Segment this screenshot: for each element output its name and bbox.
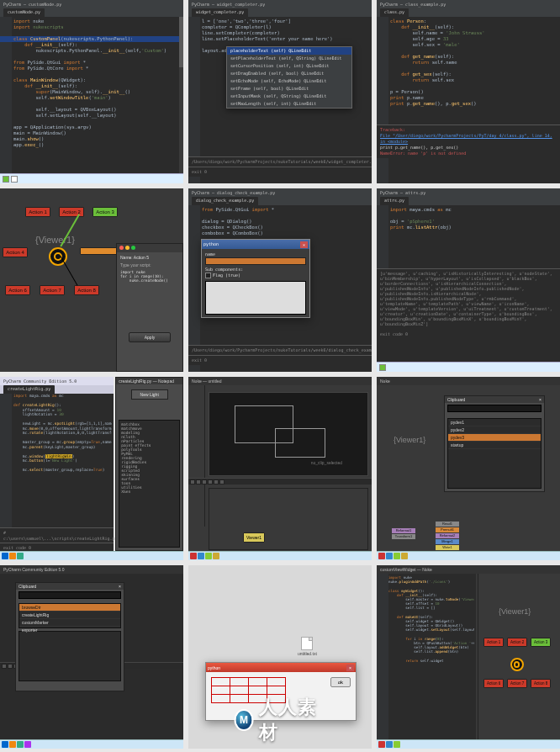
taskbar-icon[interactable] <box>198 553 204 559</box>
clipboard-panel[interactable]: Clipboard× pydev1 pydev2 pydev3 startup <box>444 395 545 492</box>
flag-row[interactable]: Flag (true) <box>205 273 306 278</box>
list-item[interactable]: pydev1 <box>448 419 541 426</box>
node[interactable]: Premult1 <box>436 527 459 532</box>
action-node[interactable]: Action 7 <box>507 679 527 688</box>
step-icon[interactable] <box>202 479 207 485</box>
taskbar-icon[interactable] <box>9 741 16 748</box>
action-node[interactable]: Action 1 <box>483 638 504 647</box>
new-light-button[interactable]: New Light <box>131 389 168 400</box>
close-icon[interactable]: × <box>119 584 121 589</box>
tab-file[interactable]: createLightRig.py <box>3 385 55 394</box>
taskbar-icon[interactable] <box>401 553 408 559</box>
thumb-6[interactable]: PyCharm — attrs.py attrs.py import maya.… <box>377 188 560 372</box>
popup-item[interactable]: setEchoMode (self, EchoMode) QLineEdit <box>227 77 351 85</box>
action-node-selected[interactable]: Action 3 <box>531 638 551 647</box>
scrollbar[interactable] <box>179 17 183 173</box>
popup-item[interactable]: setFrame (self, bool) QLineEdit <box>227 85 351 93</box>
taskbar-icon[interactable] <box>17 741 24 748</box>
stop-icon[interactable] <box>196 479 201 485</box>
popup-item[interactable]: setMaxLength (self, int) QLineEdit <box>227 100 351 108</box>
list-item[interactable]: pydev2 <box>448 426 541 434</box>
viewer-panel[interactable]: no_clip_selected <box>209 392 368 476</box>
dialog-titlebar[interactable]: python × <box>206 663 356 672</box>
taskbar[interactable] <box>377 739 560 749</box>
taskbar-icon[interactable] <box>2 741 8 748</box>
action-node[interactable]: Action 7 <box>40 285 65 295</box>
node[interactable]: Read1 <box>436 522 459 527</box>
code-area[interactable]: import maya.cmds as mc def createLightRi… <box>13 394 112 473</box>
window-traffic-lights[interactable] <box>117 244 182 252</box>
taskbar-icon[interactable] <box>9 553 16 559</box>
action-node-selected[interactable]: Action 3 <box>92 207 118 217</box>
apply-button[interactable]: Apply <box>129 332 171 342</box>
dialog-window[interactable]: python × name Sub components: Flag (true… <box>201 239 310 318</box>
code-area[interactable]: import maya.cmds as mc obj = 'pSphere1' … <box>390 207 558 230</box>
action-node[interactable]: Action 6 <box>483 679 504 688</box>
run-icon[interactable] <box>379 364 386 371</box>
toolbar-left[interactable] <box>188 385 205 527</box>
traceback-link[interactable]: File "/User/diego/work/PycharmProjects/P… <box>380 133 552 144</box>
play-icon[interactable] <box>2 664 7 669</box>
list-item[interactable]: startup <box>448 442 541 449</box>
node-stack[interactable]: Read1 Premult1 Reformat2 Merge1 Write1 <box>436 522 459 550</box>
thumb-11[interactable]: untitled.txt python × ok M 人人素材 <box>188 565 372 749</box>
tab-file[interactable]: customNode.py <box>3 8 45 17</box>
panel-header[interactable]: Clipboard× <box>445 396 544 403</box>
dialog-window[interactable]: python × ok <box>205 662 357 721</box>
script-editor[interactable]: import nuke nuke.pluginAddPath('./icons'… <box>377 574 476 749</box>
thumb-8[interactable]: Nuke — untitled no_clip_selected Viewer1 <box>188 377 372 560</box>
taskbar-icon[interactable] <box>2 553 8 559</box>
code-area[interactable]: class Person: def __init__(self): self.n… <box>390 19 558 107</box>
action-node[interactable] <box>80 247 117 255</box>
taskbar-icon[interactable] <box>205 553 212 559</box>
tab-file[interactable]: widget_completer.py <box>192 8 248 17</box>
code-area[interactable]: import nuke import nukescripts class Cus… <box>13 19 182 148</box>
dialog-titlebar[interactable]: python × <box>202 240 309 249</box>
taskbar-icon[interactable] <box>378 553 385 559</box>
node[interactable]: Reformat1 <box>392 528 415 533</box>
action-node[interactable]: Action 2 <box>507 638 527 647</box>
step-icon[interactable] <box>219 479 225 485</box>
thumb-9[interactable]: Nuke Clipboard× pydev1 pydev2 pydev3 sta… <box>377 377 560 560</box>
taskbar-icon[interactable] <box>190 553 197 559</box>
thumb-10[interactable]: PyCharm Community Edition 5.0 Clipboard×… <box>0 565 183 749</box>
clip-list[interactable]: pydev1 pydev2 pydev3 startup <box>447 418 542 489</box>
step-icon[interactable] <box>208 479 213 485</box>
flag-checkbox[interactable] <box>205 273 211 278</box>
action-node[interactable]: Action 6 <box>5 285 30 295</box>
popup-item[interactable]: setDragEnabled (self, bool) QLineEdit <box>227 70 351 77</box>
popup-item[interactable]: setInputMask (self, QString) QLineEdit <box>227 93 351 100</box>
taskbar[interactable] <box>377 551 560 560</box>
taskbar-icon[interactable] <box>378 741 385 748</box>
list-item-selected[interactable]: browseDir <box>19 604 120 612</box>
viewer-node[interactable]: Viewer1 <box>243 532 265 543</box>
thumb-3[interactable]: PyCharm — class_example.py class.py clas… <box>377 0 560 183</box>
node-graph[interactable]: {Viewer1} Action 1 Action 2 Action 3 Act… <box>478 574 560 739</box>
thumb-1[interactable]: PyCharm — customNode.py customNode.py im… <box>0 0 183 183</box>
node-stack[interactable]: Reformat1 Transform1 <box>392 528 415 539</box>
thumb-4[interactable]: {Viewer1} Action 1 Action 2 Action 3 Act… <box>0 188 183 372</box>
action-node[interactable]: Action 1 <box>25 207 50 217</box>
close-icon[interactable]: × <box>300 241 308 248</box>
tab-file[interactable]: attrs.py <box>380 197 409 205</box>
run-icon[interactable] <box>3 176 9 183</box>
taskbar-icon[interactable] <box>386 553 393 559</box>
thumb-5[interactable]: PyCharm — dialog_check_example.py dialog… <box>188 188 372 372</box>
thumb-2[interactable]: PyCharm — widget_completer.py widget_com… <box>188 0 372 183</box>
popup-item[interactable]: placeholderText (self) QLineEdit <box>227 47 351 55</box>
code-area[interactable]: from PySide.QtGui import * dialog = QDia… <box>202 207 370 236</box>
action-node[interactable]: Action 8 <box>531 679 551 688</box>
taskbar-icon[interactable] <box>213 553 219 559</box>
taskbar[interactable] <box>0 739 183 749</box>
close-icon[interactable]: × <box>346 665 354 671</box>
step-icon[interactable] <box>8 664 13 669</box>
script-editor[interactable]: import nuke for i in range(10): nuke.cre… <box>120 270 179 283</box>
text-area[interactable] <box>205 281 306 315</box>
taskbar[interactable] <box>188 551 372 560</box>
tab-file[interactable]: dialog_check_example.py <box>192 197 258 205</box>
taskbar[interactable] <box>0 551 183 560</box>
desktop-file[interactable]: untitled.txt <box>298 637 317 656</box>
taskbar-icon[interactable] <box>394 553 400 559</box>
search-input[interactable] <box>447 405 542 412</box>
action-node[interactable]: Action 4 <box>3 247 28 257</box>
